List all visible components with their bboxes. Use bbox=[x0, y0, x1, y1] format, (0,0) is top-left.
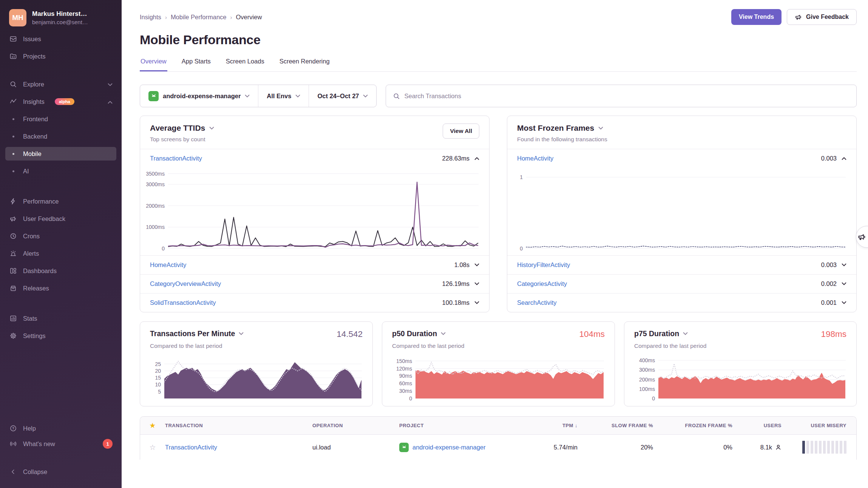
sidebar-item-explore[interactable]: Explore bbox=[5, 77, 116, 91]
sidebar-item-alerts[interactable]: Alerts bbox=[5, 247, 116, 260]
svg-text:120ms: 120ms bbox=[396, 366, 412, 372]
breadcrumb-mobile-performance[interactable]: Mobile Performance bbox=[171, 14, 227, 21]
transaction-link[interactable]: HomeActivity bbox=[517, 155, 553, 162]
frozen-row[interactable]: CategoriesActivity 0.002 bbox=[507, 274, 856, 293]
give-feedback-button[interactable]: Give Feedback bbox=[787, 9, 857, 25]
column-users[interactable]: USERS bbox=[735, 423, 785, 428]
date-range-value: Oct 24–Oct 27 bbox=[317, 93, 359, 100]
frozen-row[interactable]: SearchActivity 0.001 bbox=[507, 293, 856, 312]
android-icon bbox=[148, 91, 159, 101]
search-box bbox=[386, 85, 857, 107]
sidebar-item-user-feedback[interactable]: User Feedback bbox=[5, 212, 116, 225]
sidebar-item-mobile[interactable]: Mobile bbox=[5, 147, 116, 161]
p75-chart: 400ms300ms200ms100ms0 bbox=[634, 355, 846, 401]
sidebar-item-frontend[interactable]: Frontend bbox=[5, 112, 116, 126]
operation-cell: ui.load bbox=[312, 444, 399, 451]
transaction-link[interactable]: TransactionActivity bbox=[165, 444, 217, 451]
chevron-down-icon[interactable] bbox=[842, 263, 846, 267]
p50-duration-card: p50 Duration 104ms Compared to the last … bbox=[382, 321, 615, 406]
p75-title[interactable]: p75 Duration bbox=[634, 329, 688, 338]
project-selector-value: android-expense-manager bbox=[163, 93, 241, 100]
sidebar-item-label: Help bbox=[23, 425, 36, 432]
view-all-button[interactable]: View All bbox=[443, 124, 479, 139]
user-menu[interactable]: MH Markus Hinterst… benjamin.coe@sent… bbox=[9, 9, 113, 26]
tpm-title[interactable]: Transactions Per Minute bbox=[150, 329, 244, 338]
search-input[interactable] bbox=[404, 93, 849, 100]
p50-title[interactable]: p50 Duration bbox=[392, 329, 446, 338]
svg-text:15: 15 bbox=[155, 375, 161, 381]
ttid-expanded-row[interactable]: TransactionActivity 228.63ms bbox=[140, 149, 489, 168]
tab-screen-loads[interactable]: Screen Loads bbox=[225, 58, 265, 71]
most-frozen-frames-title[interactable]: Most Frozen Frames bbox=[517, 124, 607, 133]
transaction-link[interactable]: SearchActivity bbox=[517, 299, 557, 306]
column-transaction[interactable]: TRANSACTION bbox=[165, 423, 312, 428]
column-user-misery[interactable]: USER MISERY bbox=[785, 423, 856, 428]
sidebar-item-settings[interactable]: Settings bbox=[5, 329, 116, 343]
sidebar-item-backend[interactable]: Backend bbox=[5, 130, 116, 143]
transaction-link[interactable]: HistoryFilterActivity bbox=[517, 261, 570, 269]
sidebar-item-crons[interactable]: Crons bbox=[5, 229, 116, 243]
chevron-down-icon[interactable] bbox=[474, 282, 479, 286]
sidebar-item-label: Releases bbox=[23, 285, 49, 292]
sidebar-item-releases[interactable]: Releases bbox=[5, 281, 116, 295]
project-selector[interactable]: android-expense-manager bbox=[140, 85, 258, 107]
average-ttids-card: Average TTIDs Top screens by count View … bbox=[140, 116, 490, 312]
svg-text:0: 0 bbox=[520, 246, 523, 251]
chevron-down-icon[interactable] bbox=[474, 301, 479, 304]
chevron-down-icon[interactable] bbox=[842, 282, 846, 286]
sidebar-item-whats-new[interactable]: What's new 1 bbox=[5, 437, 116, 451]
column-operation[interactable]: OPERATION bbox=[312, 423, 399, 428]
sidebar-item-dashboards[interactable]: Dashboards bbox=[5, 264, 116, 278]
star-column-header[interactable]: ★ bbox=[140, 421, 165, 430]
transaction-link[interactable]: SolidTransactionActivity bbox=[150, 299, 216, 306]
sidebar-item-label: Dashboards bbox=[23, 267, 57, 275]
ttid-row[interactable]: CategoryOverviewActivity 126.19ms bbox=[140, 274, 489, 293]
chevron-up-icon[interactable] bbox=[474, 157, 479, 160]
column-project[interactable]: PROJECT bbox=[399, 423, 524, 428]
average-ttids-title[interactable]: Average TTIDs bbox=[150, 124, 214, 133]
transaction-link[interactable]: HomeActivity bbox=[150, 261, 186, 269]
svg-text:?: ? bbox=[12, 426, 14, 430]
environment-selector[interactable]: All Envs bbox=[258, 85, 309, 107]
card-title-label: Transactions Per Minute bbox=[150, 329, 235, 338]
tab-overview[interactable]: Overview bbox=[140, 58, 167, 71]
users-count: 8.1k bbox=[760, 444, 772, 451]
transaction-link[interactable]: CategoriesActivity bbox=[517, 280, 567, 287]
p75-duration-card: p75 Duration 198ms Compared to the last … bbox=[624, 321, 857, 406]
sidebar-item-label: What's new bbox=[23, 440, 55, 448]
sidebar-item-stats[interactable]: Stats bbox=[5, 312, 116, 325]
star-toggle[interactable]: ☆ bbox=[140, 443, 165, 452]
broadcast-icon bbox=[9, 440, 17, 448]
frozen-row[interactable]: HistoryFilterActivity 0.003 bbox=[507, 255, 856, 274]
ttid-row[interactable]: HomeActivity 1.08s bbox=[140, 255, 489, 274]
chevron-down-icon[interactable] bbox=[474, 263, 479, 267]
frozen-value: 0.002 bbox=[821, 280, 837, 287]
column-tpm[interactable]: TPM ↓ bbox=[524, 423, 581, 428]
date-range-selector[interactable]: Oct 24–Oct 27 bbox=[309, 85, 376, 107]
column-frozen-frame[interactable]: FROZEN FRAME % bbox=[656, 423, 735, 428]
chevron-down-icon[interactable] bbox=[842, 301, 846, 304]
card-title-label: Average TTIDs bbox=[150, 124, 205, 133]
sidebar-item-label: User Feedback bbox=[23, 215, 65, 222]
transaction-link[interactable]: CategoryOverviewActivity bbox=[150, 280, 221, 287]
bullet-icon bbox=[9, 118, 17, 120]
sidebar-item-ai[interactable]: AI bbox=[5, 164, 116, 178]
project-link[interactable]: android-expense-manager bbox=[412, 444, 486, 451]
sidebar-item-projects[interactable]: Projects bbox=[5, 49, 116, 63]
sidebar-item-performance[interactable]: Performance bbox=[5, 195, 116, 208]
sidebar-collapse-button[interactable]: Collapse bbox=[5, 465, 116, 479]
chevron-up-icon[interactable] bbox=[842, 157, 846, 160]
transaction-link[interactable]: TransactionActivity bbox=[150, 155, 202, 162]
sidebar-item-issues[interactable]: Issues bbox=[5, 32, 116, 46]
tab-screen-rendering[interactable]: Screen Rendering bbox=[279, 58, 331, 71]
sidebar-item-insights[interactable]: Insights alpha bbox=[5, 95, 116, 108]
card-subtitle: Top screens by count bbox=[150, 136, 214, 143]
breadcrumb-insights[interactable]: Insights bbox=[140, 14, 161, 21]
tab-app-starts[interactable]: App Starts bbox=[181, 58, 212, 71]
sidebar-item-help[interactable]: ? Help bbox=[5, 422, 116, 435]
column-slow-frame[interactable]: SLOW FRAME % bbox=[581, 423, 656, 428]
view-trends-button[interactable]: View Trends bbox=[731, 9, 782, 25]
ttid-row[interactable]: SolidTransactionActivity 100.18ms bbox=[140, 293, 489, 312]
table-row: ☆ TransactionActivity ui.load android-ex… bbox=[140, 435, 856, 460]
frozen-expanded-row[interactable]: HomeActivity 0.003 bbox=[507, 149, 856, 168]
